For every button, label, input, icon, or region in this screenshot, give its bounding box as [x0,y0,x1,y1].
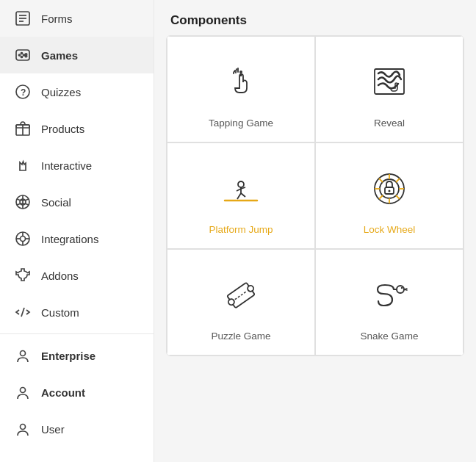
sidebar-item-user[interactable]: User [0,411,154,447]
games-icon [13,46,32,65]
enterprise-icon [13,346,32,365]
svg-line-48 [379,178,383,182]
sidebar-item-enterprise[interactable]: Enterprise [0,337,154,374]
puzzle-game-icon [216,270,266,320]
card-snake-game[interactable]: Snake Game [315,249,464,355]
sidebar-item-games[interactable]: Games [0,37,154,73]
svg-point-5 [19,54,21,56]
main-content: Components Tapping Game [154,0,476,462]
sidebar-item-interactive[interactable]: Interactive [0,147,154,184]
sidebar: Forms Games ? Quizzes [0,0,154,462]
svg-point-10 [25,55,26,57]
svg-point-57 [397,286,404,293]
section-title: Components [154,0,476,35]
sidebar-item-label: Enterprise [41,350,95,362]
svg-line-50 [396,178,400,182]
sidebar-item-social[interactable]: Social [0,184,154,220]
svg-point-53 [227,298,235,306]
svg-line-49 [396,195,400,199]
card-reveal[interactable]: Reveal [315,36,464,142]
platform-jump-icon [216,164,266,214]
sidebar-item-account[interactable]: Account [0,374,154,411]
lock-wheel-icon [364,164,414,214]
svg-point-28 [21,425,26,430]
forms-icon [13,9,32,28]
svg-point-20 [21,237,26,242]
addons-icon [13,266,32,285]
quizzes-icon: ? [13,82,32,101]
sidebar-item-label: Interactive [41,159,92,172]
sidebar-item-forms[interactable]: Forms [0,0,154,37]
svg-point-6 [21,53,23,54]
sidebar-item-label: User [41,423,65,436]
svg-point-34 [238,181,244,187]
svg-point-54 [247,284,255,292]
svg-point-59 [401,287,403,289]
svg-point-7 [21,57,23,58]
card-label-lock-wheel: Lock Wheel [364,224,416,235]
user-icon [13,419,32,438]
card-lock-wheel[interactable]: Lock Wheel [315,142,464,249]
components-grid: Tapping Game Reveal [166,35,464,356]
sidebar-item-label: Integrations [41,233,98,245]
sidebar-item-label: Quizzes [41,86,81,98]
tapping-game-icon [216,57,266,107]
card-label-snake-game: Snake Game [361,331,419,342]
sidebar-item-label: Forms [41,12,73,25]
social-icon [13,192,32,212]
sidebar-item-label: Products [41,123,84,135]
sidebar-item-custom[interactable]: Custom [0,294,154,331]
sidebar-item-label: Addons [41,270,79,282]
sidebar-item-integrations[interactable]: Integrations [0,220,154,257]
svg-line-37 [241,193,245,197]
svg-line-25 [21,308,24,317]
svg-line-55 [235,291,247,299]
sidebar-item-products[interactable]: Products [0,110,154,147]
snake-game-icon [364,270,414,320]
svg-point-26 [21,351,26,356]
svg-point-8 [24,54,25,56]
card-platform-jump[interactable]: Platform Jump [167,142,315,249]
sidebar-item-label: Social [41,196,71,209]
svg-point-43 [389,190,391,192]
svg-line-51 [379,195,383,199]
products-icon [13,119,32,138]
integrations-icon [13,229,32,248]
card-label-reveal: Reveal [374,118,405,129]
card-tapping-game[interactable]: Tapping Game [167,36,315,142]
card-label-platform-jump: Platform Jump [209,224,273,235]
interactive-icon [13,156,32,175]
svg-text:?: ? [21,87,26,98]
custom-icon [13,303,32,322]
card-label-tapping-game: Tapping Game [209,118,273,129]
reveal-icon [364,57,414,107]
sidebar-item-addons[interactable]: Addons [0,257,154,294]
sidebar-item-label: Custom [41,306,79,319]
account-icon [13,383,32,402]
sidebar-item-label: Games [41,49,78,62]
card-label-puzzle-game: Puzzle Game [211,331,270,342]
svg-point-30 [239,71,242,73]
sidebar-divider [0,333,154,334]
sidebar-item-quizzes[interactable]: ? Quizzes [0,73,154,110]
sidebar-item-label: Account [41,386,85,399]
svg-line-36 [237,193,241,199]
svg-point-27 [21,388,26,393]
card-puzzle-game[interactable]: Puzzle Game [167,249,315,355]
